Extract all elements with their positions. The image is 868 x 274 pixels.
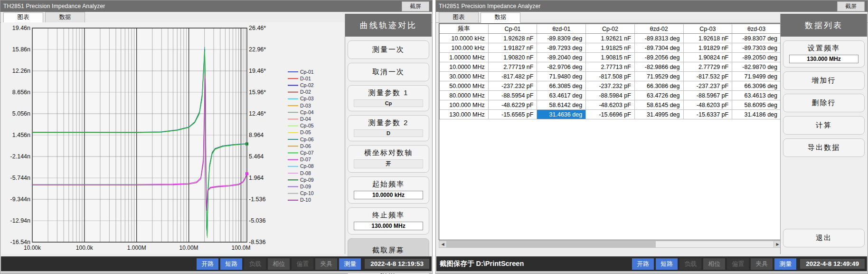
table-cell[interactable]: -48.6203 pF xyxy=(586,100,635,110)
stop-frequency-button[interactable]: 终止频率 130.000 MHz xyxy=(348,207,429,235)
screenshot-button[interactable]: 截屏 xyxy=(837,1,865,11)
table-cell[interactable]: 71.9499 deg xyxy=(732,72,781,81)
table-cell[interactable]: 31.4636 deg xyxy=(537,110,586,119)
table-cell[interactable]: 58.6142 deg xyxy=(537,100,586,110)
scrollbar-track[interactable] xyxy=(447,241,774,247)
table-cell[interactable]: 1.90824 nF xyxy=(683,53,732,62)
table-cell[interactable]: 1.90820 nF xyxy=(488,53,537,62)
table-cell[interactable]: 50.0000 MHz xyxy=(440,81,489,91)
tab-data[interactable]: 数据 xyxy=(481,12,520,23)
start-frequency-input[interactable]: 10.0000 kHz xyxy=(354,191,423,199)
table-cell[interactable]: 30.0000 MHz xyxy=(440,72,489,81)
tab-data[interactable]: 数据 xyxy=(45,12,85,22)
table-cell[interactable]: 2.77729 nF xyxy=(683,62,732,72)
table-cell[interactable]: 1.00000 MHz xyxy=(440,53,489,62)
scroll-left-arrow[interactable]: ◀ xyxy=(439,241,447,247)
table-cell[interactable]: 130.000 MHz xyxy=(440,110,489,119)
table-cell[interactable]: 58.6145 deg xyxy=(634,100,683,110)
add-row-button[interactable]: 增加行 xyxy=(783,71,865,90)
table-cell[interactable]: -817.532 pF xyxy=(683,72,732,81)
measure-param2-button[interactable]: 测量参数 2 D xyxy=(348,115,429,141)
table-cell[interactable]: 1.90815 nF xyxy=(586,53,635,62)
titlebar[interactable]: TH2851 Precision Impedance Analyzer 截屏 xyxy=(0,0,432,12)
table-cell[interactable]: -89.7303 deg xyxy=(732,43,781,53)
table-cell[interactable]: 1.92618 nF xyxy=(683,34,732,43)
table-cell[interactable]: 100.000 MHz xyxy=(440,100,489,110)
table-cell[interactable]: -89.8307 deg xyxy=(732,34,781,43)
table-cell[interactable]: 31.4186 deg xyxy=(732,110,781,119)
status-button-短路[interactable]: 短路 xyxy=(656,258,678,270)
status-button-开路[interactable]: 开路 xyxy=(197,258,218,270)
table-cell[interactable]: -48.6229 pF xyxy=(488,100,537,110)
stop-frequency-input[interactable]: 130.000 MHz xyxy=(354,222,423,230)
table-cell[interactable]: -88.5954 pF xyxy=(488,91,537,100)
table-cell[interactable]: -89.7304 deg xyxy=(634,43,683,53)
table-cell[interactable]: 1.92628 nF xyxy=(488,34,537,43)
table-cell[interactable]: -237.237 pF xyxy=(683,81,732,91)
set-frequency-input[interactable]: 130.000 MHz xyxy=(789,55,859,63)
table-cell[interactable]: -89.7293 deg xyxy=(537,43,586,53)
table-cell[interactable]: -89.8313 deg xyxy=(634,34,683,43)
cancel-once-button[interactable]: 取消一次 xyxy=(348,63,429,81)
status-button-相位[interactable]: 相位 xyxy=(703,258,725,270)
titlebar[interactable]: TH2851 Precision Impedance Analyzer 截屏 xyxy=(436,0,868,12)
table-cell[interactable]: -237.232 pF xyxy=(488,81,537,91)
status-button-夹具[interactable]: 夹具 xyxy=(315,258,337,270)
table-cell[interactable]: -237.232 pF xyxy=(586,81,635,91)
table-cell[interactable]: 71.9480 deg xyxy=(537,72,586,81)
table-cell[interactable]: 100.000 kHz xyxy=(440,43,489,53)
log-x-axis-button[interactable]: 横坐标对数轴 开 xyxy=(348,145,429,173)
table-cell[interactable]: 2.77713 nF xyxy=(586,62,635,72)
table-cell[interactable]: 1.91827 nF xyxy=(488,43,537,53)
tab-chart[interactable]: 图表 xyxy=(3,12,43,23)
table-cell[interactable]: 66.3096 deg xyxy=(732,81,781,91)
table-cell[interactable]: -89.2040 deg xyxy=(537,53,586,62)
status-button-负载[interactable]: 负载 xyxy=(244,258,266,270)
status-button-测量[interactable]: 测量 xyxy=(774,258,796,270)
status-button-测量[interactable]: 测量 xyxy=(339,258,361,270)
table-cell[interactable]: 63.4726 deg xyxy=(634,91,683,100)
table-cell[interactable]: 10.0000 MHz xyxy=(440,62,489,72)
set-frequency-button[interactable]: 设置频率 130.000 MHz xyxy=(783,40,865,68)
table-cell[interactable]: -89.2056 deg xyxy=(634,53,683,62)
table-cell[interactable]: 66.3085 deg xyxy=(537,81,586,91)
table-cell[interactable]: -15.6565 pF xyxy=(488,110,537,119)
table-cell[interactable]: 63.4613 deg xyxy=(732,91,781,100)
scrollbar-thumb[interactable] xyxy=(447,241,656,247)
table-cell[interactable]: 58.6095 deg xyxy=(732,100,781,110)
status-button-短路[interactable]: 短路 xyxy=(220,258,242,270)
delete-row-button[interactable]: 删除行 xyxy=(783,94,865,112)
table-cell[interactable]: -48.6203 pF xyxy=(683,100,732,110)
table-cell[interactable]: -82.9706 deg xyxy=(537,62,586,72)
start-frequency-button[interactable]: 起始频率 10.0000 kHz xyxy=(348,176,429,204)
status-button-夹具[interactable]: 夹具 xyxy=(751,258,773,270)
table-cell[interactable]: -817.482 pF xyxy=(488,72,537,81)
table-cell[interactable]: -89.2050 deg xyxy=(732,53,781,62)
status-button-偏置[interactable]: 偏置 xyxy=(292,258,313,270)
table-cell[interactable]: 66.3086 deg xyxy=(634,81,683,91)
table-cell[interactable]: 1.91829 nF xyxy=(683,43,732,53)
table-cell[interactable]: -88.5984 pF xyxy=(586,91,635,100)
tab-chart[interactable]: 图表 xyxy=(439,12,479,22)
status-button-偏置[interactable]: 偏置 xyxy=(727,258,749,270)
table-cell[interactable]: -82.9866 deg xyxy=(634,62,683,72)
status-button-负载[interactable]: 负载 xyxy=(679,258,701,270)
horizontal-scrollbar[interactable]: ◀ ▶ xyxy=(439,241,782,248)
table-cell[interactable]: 71.9529 deg xyxy=(634,72,683,81)
table-cell[interactable]: 10.0000 kHz xyxy=(440,34,489,43)
screenshot-button[interactable]: 截屏 xyxy=(402,1,429,11)
table-cell[interactable]: -15.6337 pF xyxy=(683,110,732,119)
status-button-相位[interactable]: 相位 xyxy=(268,258,290,270)
status-button-开路[interactable]: 开路 xyxy=(632,258,654,270)
table-cell[interactable]: 1.91825 nF xyxy=(586,43,635,53)
table-cell[interactable]: -15.6696 pF xyxy=(586,110,635,119)
table-cell[interactable]: 31.4995 deg xyxy=(634,110,683,119)
table-cell[interactable]: -82.9870 deg xyxy=(732,62,781,72)
measure-once-button[interactable]: 测量一次 xyxy=(348,40,429,59)
table-cell[interactable]: 80.0000 MHz xyxy=(440,91,489,100)
table-cell[interactable]: -89.8309 deg xyxy=(537,34,586,43)
export-data-button[interactable]: 导出数据 xyxy=(783,138,865,157)
table-cell[interactable]: 63.4617 deg xyxy=(537,91,586,100)
measure-param1-button[interactable]: 测量参数 1 Cp xyxy=(348,85,429,111)
table-cell[interactable]: -88.5967 pF xyxy=(683,91,732,100)
